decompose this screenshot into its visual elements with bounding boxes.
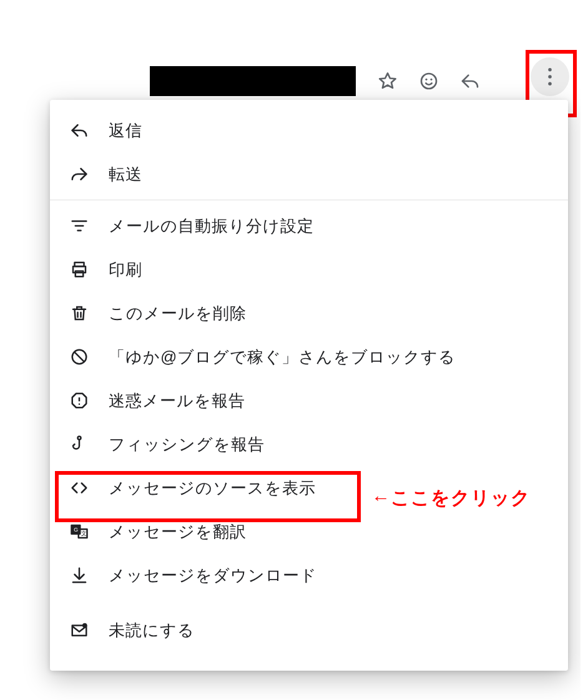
reply-arrow-icon [69,120,90,141]
message-more-menu: 返信 転送 メールの自動振り分け設定 印刷 [50,100,568,671]
menu-item-download[interactable]: メッセージをダウンロード [50,553,568,597]
svg-point-0 [421,74,436,89]
menu-label: 迷惑メールを報告 [109,390,245,412]
phishing-hook-icon [69,434,90,455]
menu-item-block[interactable]: 「ゆか@ブログで稼ぐ」さんをブロックする [50,335,568,379]
mark-unread-icon [69,620,90,641]
menu-label: メッセージをダウンロード [109,565,317,586]
spam-icon [69,390,90,411]
print-icon [69,259,90,280]
svg-point-3 [548,68,552,72]
message-toolbar [150,62,576,100]
svg-point-1 [425,79,427,80]
svg-point-27 [82,623,87,628]
react-smile-icon[interactable] [417,69,441,93]
svg-text:文: 文 [81,530,87,537]
more-button[interactable] [531,57,569,96]
menu-label: メールの自動振り分け設定 [109,215,314,237]
menu-label: メッセージを翻訳 [109,521,247,543]
code-icon [69,477,90,498]
block-icon [69,346,90,367]
forward-arrow-icon [69,163,90,185]
menu-item-report-phishing[interactable]: フィッシングを報告 [50,422,568,466]
menu-item-translate[interactable]: G 文 メッセージを翻訳 [50,510,568,553]
menu-item-mark-unread[interactable]: 未読にする [50,608,568,652]
translate-icon: G 文 [69,521,90,542]
menu-item-reply[interactable]: 返信 [50,109,568,152]
filter-icon [69,215,90,236]
star-icon[interactable] [376,69,399,93]
menu-label: 未読にする [109,620,195,641]
svg-line-15 [74,352,84,362]
annotation-side: ←ここをクリック [371,485,531,511]
menu-label: 転送 [109,163,142,185]
svg-point-4 [548,75,552,79]
menu-item-filter[interactable]: メールの自動振り分け設定 [50,204,568,248]
menu-label: このメールを削除 [109,303,247,324]
menu-item-report-spam[interactable]: 迷惑メールを報告 [50,379,568,422]
redacted-sender [150,66,356,96]
svg-point-18 [79,403,81,405]
menu-item-print[interactable]: 印刷 [50,248,568,291]
menu-label: 「ゆか@ブログで稼ぐ」さんをブロックする [109,346,456,368]
reply-icon[interactable] [458,69,482,93]
menu-separator [50,200,568,200]
trash-icon [69,303,90,324]
menu-label: メッセージのソースを表示 [109,477,316,499]
menu-label: 返信 [109,120,142,142]
download-icon [69,565,90,586]
vertical-scrollbar[interactable] [581,0,588,700]
svg-point-2 [430,79,432,80]
svg-point-5 [548,82,552,86]
menu-item-forward[interactable]: 転送 [50,152,568,196]
menu-item-delete[interactable]: このメールを削除 [50,291,568,335]
menu-label: フィッシングを報告 [109,434,265,455]
menu-label: 印刷 [109,259,142,281]
svg-text:G: G [74,527,79,533]
